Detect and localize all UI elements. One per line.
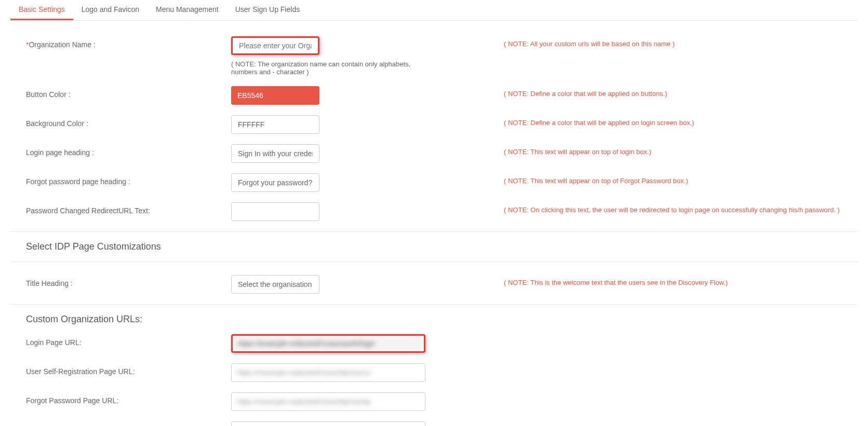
login-heading-label: Login page heading : [26,144,231,157]
tabs-bar: Basic Settings Logo and Favicon Menu Man… [10,0,858,21]
button-color-label: Button Color : [26,86,231,99]
forgot-password-url-label: Forgot Password Page URL: [26,392,231,405]
tab-menu-management[interactable]: Menu Management [148,0,227,20]
organization-name-note: ( NOTE: All your custom urls will be bas… [504,40,675,48]
organization-name-label: *Organization Name : [26,36,231,49]
button-color-input[interactable] [231,86,319,105]
organization-name-note-below: ( NOTE: The organization name can contai… [231,60,429,76]
row-button-color: Button Color : ( NOTE: Define a color th… [10,86,858,105]
login-url-label: Login Page URL: [26,334,231,347]
password-redirect-note: ( NOTE: On clicking this text, the user … [504,206,840,214]
title-heading-input[interactable] [231,275,319,294]
password-changed-redirect-url-input[interactable] [231,421,425,426]
forgot-password-url-value: https://example-redacted/moas/idp/resetp [237,397,420,406]
row-forgot-password-url: Forgot Password Page URL: https://exampl… [10,392,858,411]
row-password-changed-redirect-url: Password Changed Redirect URL: [10,421,858,426]
login-heading-note: ( NOTE: This text will appear on top of … [504,148,651,156]
row-login-url: Login Page URL: https://example-redacted… [10,334,858,353]
self-registration-url-value: https://example-redacted/moas/idp/usersr [237,368,420,377]
row-login-heading: Login page heading : ( NOTE: This text w… [10,144,858,163]
background-color-note: ( NOTE: Define a color that will be appl… [504,119,694,127]
button-color-note: ( NOTE: Define a color that will be appl… [504,90,667,98]
forgot-heading-note: ( NOTE: This text will appear on top of … [504,177,688,185]
idp-section-heading: Select IDP Page Customizations [10,231,858,262]
tab-user-signup-fields[interactable]: User Sign Up Fields [227,0,309,20]
row-title-heading: Title Heading : ( NOTE: This is the welc… [10,275,858,294]
forgot-heading-label: Forgot password page heading : [26,173,231,186]
forgot-heading-input[interactable] [231,173,319,192]
tab-logo-favicon[interactable]: Logo and Favicon [73,0,148,20]
tab-basic-settings[interactable]: Basic Settings [10,0,73,20]
login-url-value: https://example-redacted/moas/oauth/logi… [238,339,419,348]
organization-name-input[interactable] [231,36,319,55]
login-heading-input[interactable] [231,144,319,163]
background-color-input[interactable] [231,115,319,134]
row-self-registration-url: User Self-Registration Page URL: https:/… [10,363,858,382]
self-registration-url-label: User Self-Registration Page URL: [26,363,231,376]
row-forgot-heading: Forgot password page heading : ( NOTE: T… [10,173,858,192]
row-background-color: Background Color : ( NOTE: Define a colo… [10,115,858,134]
title-heading-label: Title Heading : [26,275,231,287]
password-redirect-input[interactable] [231,202,319,221]
password-redirect-label: Password Changed RedirectURL Text: [26,202,231,215]
row-password-redirect-text: Password Changed RedirectURL Text: ( NOT… [10,202,858,221]
background-color-label: Background Color : [26,115,231,128]
title-heading-note: ( NOTE: This is the welcome text that th… [504,279,728,286]
password-changed-redirect-url-label: Password Changed Redirect URL: [26,421,231,426]
custom-urls-heading: Custom Organization URLs: [10,304,858,334]
row-organization-name: *Organization Name : ( NOTE: The organiz… [10,36,858,76]
